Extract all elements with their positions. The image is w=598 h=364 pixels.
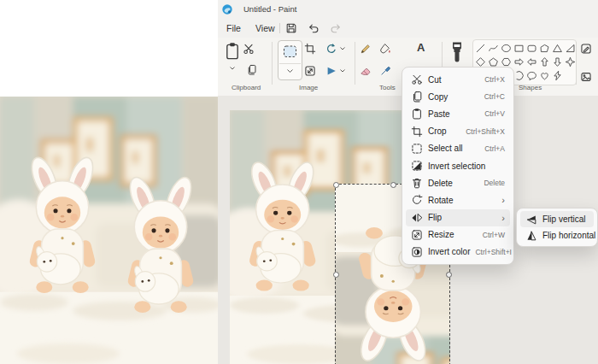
menu-file[interactable]: File (223, 22, 244, 34)
redo-icon[interactable] (330, 22, 342, 34)
shape-line[interactable] (475, 43, 486, 54)
save-icon[interactable] (285, 22, 297, 34)
menu-item-shortcut: Ctrl+Shift+X (466, 127, 505, 136)
shape-arc[interactable] (513, 70, 525, 81)
menu-view[interactable]: View (252, 22, 278, 34)
crop-icon (411, 126, 423, 138)
rotate-tool-icon[interactable] (325, 43, 337, 55)
selection-handle[interactable] (390, 182, 396, 188)
image-frame-icon[interactable] (580, 71, 592, 83)
group-divider (272, 42, 273, 85)
pencil-square-icon[interactable] (580, 43, 592, 55)
menu-item-label: Invert selection (428, 161, 500, 171)
shape-arrow-right[interactable] (513, 56, 525, 68)
pencil-tool-icon[interactable] (360, 43, 372, 55)
context-menu: Cut Ctrl+X Copy Ctrl+C Paste Ctrl+V Crop… (402, 67, 514, 265)
submenu-item-flip-vertical[interactable]: Flip vertical (520, 211, 594, 227)
fill-tool-icon[interactable] (379, 43, 391, 55)
eraser-tool-icon[interactable] (360, 65, 372, 77)
flip-dropdown-chevron[interactable] (339, 68, 346, 73)
flip-submenu: Flip vertical Flip horizontal (516, 208, 598, 247)
submenu-arrow: › (501, 214, 505, 222)
copy-tool-icon[interactable] (246, 64, 257, 76)
image-group-label: Image (299, 84, 318, 91)
menu-item-shortcut: Ctrl+W (483, 231, 505, 239)
shape-arrow-left[interactable] (526, 56, 537, 68)
menu-item-label: Copy (428, 92, 479, 102)
menu-bar: File View (218, 19, 598, 38)
menu-item-label: Flip (428, 213, 496, 222)
menu-item-invert-color[interactable]: Invert color Ctrl+Shift+I (406, 244, 510, 261)
brushes-button[interactable] (450, 41, 464, 67)
shape-heart[interactable] (539, 70, 550, 81)
submenu-item-label: Flip horizontal (542, 231, 595, 240)
menu-item-rotate[interactable]: Rotate › (406, 191, 510, 208)
paste-dropdown-chevron[interactable] (229, 66, 236, 71)
menu-item-crop[interactable]: Crop Ctrl+Shift+X (406, 123, 510, 140)
flip-tool-icon[interactable] (325, 65, 337, 77)
menu-item-shortcut: Ctrl+Shift+I (475, 248, 512, 256)
menu-item-select-all[interactable]: Select all Ctrl+A (406, 140, 510, 157)
invert-color-icon (411, 246, 423, 258)
selection-handle[interactable] (333, 182, 339, 188)
rotate-icon (411, 194, 423, 206)
select-all-icon (411, 143, 423, 155)
shape-lightning[interactable] (552, 70, 563, 81)
selection-handle[interactable] (446, 272, 452, 278)
menu-item-paste[interactable]: Paste Ctrl+V (406, 105, 510, 122)
menu-item-shortcut: Ctrl+X (484, 75, 505, 84)
shape-speech-bubble[interactable] (526, 70, 537, 81)
paint-logo-icon (221, 3, 233, 15)
menu-item-delete[interactable]: Delete Delete (406, 174, 510, 191)
menu-item-shortcut: Delete (484, 179, 505, 187)
flip-icon (411, 212, 423, 224)
group-divider (576, 42, 577, 85)
screenshot-root: Untitled - Paint File View (0, 0, 598, 364)
shape-arrow-down[interactable] (552, 56, 563, 68)
menu-item-label: Rotate (428, 196, 496, 205)
tools-group-label: Tools (379, 84, 396, 91)
menubar-divider (279, 23, 280, 33)
shape-curve[interactable] (488, 43, 499, 54)
submenu-item-flip-horizontal[interactable]: Flip horizontal (520, 227, 594, 244)
menu-item-label: Paste (428, 109, 479, 119)
rotate-dropdown-chevron[interactable] (339, 46, 346, 51)
menu-item-label: Cut (428, 75, 479, 85)
resize-icon (411, 229, 423, 241)
shape-arrow-up[interactable] (539, 56, 550, 68)
cut-icon (411, 73, 423, 85)
shape-right-triangle[interactable] (565, 43, 576, 54)
menu-item-flip[interactable]: Flip › (406, 209, 510, 226)
menu-item-label: Invert color (428, 247, 470, 256)
menu-item-copy[interactable]: Copy Ctrl+C (406, 88, 510, 105)
menu-item-shortcut: Ctrl+V (484, 109, 505, 118)
delete-icon (411, 177, 423, 189)
color-picker-tool-icon[interactable] (379, 65, 391, 77)
shape-triangle[interactable] (552, 43, 563, 54)
resize-tool-icon[interactable] (304, 65, 316, 77)
crop-tool-icon[interactable] (304, 43, 316, 55)
copy-icon (411, 91, 423, 103)
selection-tool-button[interactable] (278, 40, 302, 80)
menu-item-shortcut: Ctrl+A (484, 144, 505, 153)
paste-button[interactable] (225, 42, 240, 62)
shape-rectangle[interactable] (513, 43, 525, 54)
shape-rounded-rectangle[interactable] (526, 43, 537, 54)
cut-tool-icon[interactable] (243, 43, 255, 55)
submenu-arrow: › (501, 196, 505, 204)
menu-item-label: Resize (428, 230, 478, 239)
flip-vertical-icon (525, 214, 537, 226)
menu-item-invert-selection[interactable]: Invert selection (406, 157, 510, 174)
shape-oval[interactable] (501, 43, 512, 54)
menu-item-resize[interactable]: Resize Ctrl+W (406, 226, 510, 244)
group-divider (355, 42, 355, 85)
shape-four-point-star[interactable] (565, 56, 576, 68)
clipboard-group-label: Clipboard (232, 84, 261, 91)
original-photo (0, 97, 218, 364)
menu-item-cut[interactable]: Cut Ctrl+X (406, 71, 510, 88)
title-bar: Untitled - Paint (218, 0, 598, 19)
selection-handle[interactable] (333, 272, 339, 278)
text-tool-icon[interactable]: A (417, 41, 425, 54)
undo-icon[interactable] (308, 22, 320, 34)
shape-polygon[interactable] (539, 43, 550, 54)
